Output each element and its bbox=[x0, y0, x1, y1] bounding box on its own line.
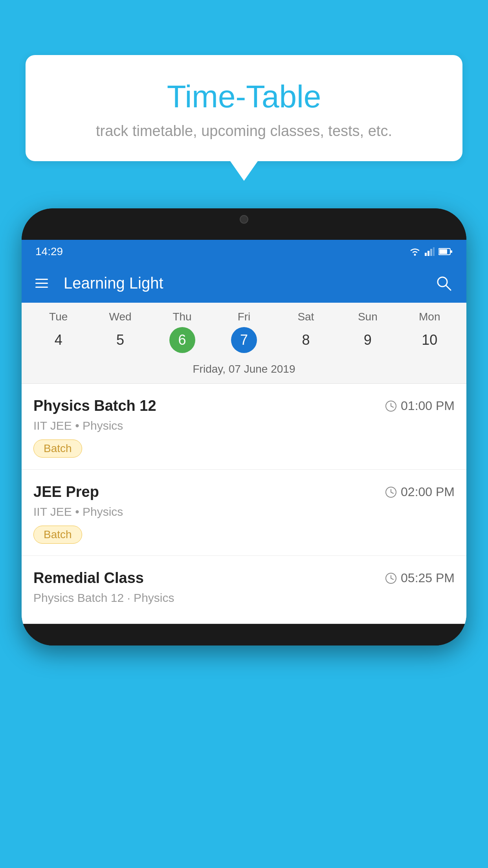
batch-badge-1: Batch bbox=[33, 440, 82, 458]
schedule-item-3[interactable]: Remedial Class 05:25 PM Physics Batch 12… bbox=[22, 556, 466, 624]
schedule-list: Physics Batch 12 01:00 PM IIT JEE • Phys… bbox=[22, 384, 466, 624]
clock-icon-3 bbox=[385, 572, 397, 584]
hamburger-line bbox=[35, 283, 48, 284]
day-mon[interactable]: Mon 10 bbox=[399, 311, 460, 353]
svg-line-15 bbox=[391, 492, 393, 493]
day-name-tue: Tue bbox=[49, 311, 68, 323]
day-sat[interactable]: Sat 8 bbox=[275, 311, 337, 353]
schedule-title-3: Remedial Class bbox=[33, 570, 144, 587]
day-num-4: 4 bbox=[46, 327, 72, 353]
speech-bubble-arrow bbox=[230, 161, 258, 181]
speech-bubble: Time-Table track timetable, upcoming cla… bbox=[26, 55, 462, 161]
svg-point-0 bbox=[414, 254, 416, 256]
search-icon[interactable] bbox=[435, 274, 453, 292]
day-sun[interactable]: Sun 9 bbox=[337, 311, 398, 353]
day-num-9: 9 bbox=[355, 327, 381, 353]
selected-date-label: Friday, 07 June 2019 bbox=[22, 357, 466, 384]
day-name-sun: Sun bbox=[358, 311, 378, 323]
speech-bubble-container: Time-Table track timetable, upcoming cla… bbox=[26, 55, 462, 181]
day-num-10: 10 bbox=[416, 327, 442, 353]
schedule-time-2: 02:00 PM bbox=[385, 485, 455, 499]
app-title: Learning Light bbox=[60, 274, 423, 292]
day-tue[interactable]: Tue 4 bbox=[28, 311, 89, 353]
schedule-item-1[interactable]: Physics Batch 12 01:00 PM IIT JEE • Phys… bbox=[22, 384, 466, 470]
time-text-3: 05:25 PM bbox=[401, 571, 455, 585]
calendar-section: Tue 4 Wed 5 Thu 6 Fri 7 Sat 8 bbox=[22, 303, 466, 384]
phone-bottom-bezel bbox=[22, 624, 466, 645]
schedule-item-header-2: JEE Prep 02:00 PM bbox=[33, 484, 455, 500]
status-time: 14:29 bbox=[35, 245, 63, 258]
days-header: Tue 4 Wed 5 Thu 6 Fri 7 Sat 8 bbox=[22, 303, 466, 357]
day-name-sat: Sat bbox=[297, 311, 314, 323]
svg-line-12 bbox=[391, 406, 393, 407]
signal-icon bbox=[425, 247, 435, 256]
schedule-item-2[interactable]: JEE Prep 02:00 PM IIT JEE • Physics Batc… bbox=[22, 470, 466, 556]
hamburger-line bbox=[35, 287, 48, 288]
svg-rect-6 bbox=[439, 249, 447, 254]
day-num-5: 5 bbox=[107, 327, 133, 353]
svg-rect-7 bbox=[451, 250, 452, 253]
battery-icon bbox=[438, 248, 453, 256]
phone-device: 14:29 bbox=[22, 208, 466, 645]
day-num-8: 8 bbox=[293, 327, 319, 353]
day-fri[interactable]: Fri 7 bbox=[213, 311, 275, 353]
day-name-fri: Fri bbox=[238, 311, 251, 323]
wifi-icon bbox=[409, 247, 421, 256]
feature-title: Time-Table bbox=[41, 79, 447, 115]
day-name-mon: Mon bbox=[419, 311, 440, 323]
svg-rect-4 bbox=[433, 247, 435, 256]
time-text-1: 01:00 PM bbox=[401, 399, 455, 413]
schedule-time-1: 01:00 PM bbox=[385, 399, 455, 413]
hamburger-menu-button[interactable] bbox=[35, 279, 48, 288]
schedule-subtitle-1: IIT JEE • Physics bbox=[33, 419, 455, 432]
phone-wrapper: 14:29 bbox=[22, 208, 466, 868]
status-bar: 14:29 bbox=[22, 240, 466, 263]
hamburger-line bbox=[35, 279, 48, 280]
day-name-thu: Thu bbox=[172, 311, 191, 323]
time-text-2: 02:00 PM bbox=[401, 485, 455, 499]
schedule-title-1: Physics Batch 12 bbox=[33, 397, 156, 414]
day-thu[interactable]: Thu 6 bbox=[151, 311, 213, 353]
batch-badge-2: Batch bbox=[33, 526, 82, 544]
schedule-time-3: 05:25 PM bbox=[385, 571, 455, 585]
status-icons bbox=[409, 247, 453, 256]
schedule-item-header-3: Remedial Class 05:25 PM bbox=[33, 570, 455, 587]
schedule-title-2: JEE Prep bbox=[33, 484, 99, 500]
day-wed[interactable]: Wed 5 bbox=[89, 311, 151, 353]
day-name-wed: Wed bbox=[109, 311, 132, 323]
phone-notch bbox=[220, 208, 268, 230]
app-bar: Learning Light bbox=[22, 263, 466, 303]
day-num-7: 7 bbox=[231, 327, 257, 353]
clock-icon-1 bbox=[385, 400, 397, 412]
schedule-subtitle-3: Physics Batch 12 · Physics bbox=[33, 591, 455, 605]
feature-subtitle: track timetable, upcoming classes, tests… bbox=[41, 123, 447, 140]
svg-rect-2 bbox=[427, 251, 429, 256]
schedule-subtitle-2: IIT JEE • Physics bbox=[33, 505, 455, 519]
svg-rect-1 bbox=[425, 253, 427, 256]
phone-top-bezel bbox=[22, 208, 466, 240]
svg-rect-3 bbox=[430, 249, 432, 256]
svg-line-9 bbox=[446, 285, 451, 290]
svg-line-18 bbox=[391, 578, 393, 579]
day-num-6: 6 bbox=[169, 327, 195, 353]
clock-icon-2 bbox=[385, 486, 397, 498]
schedule-item-header-1: Physics Batch 12 01:00 PM bbox=[33, 397, 455, 414]
front-camera bbox=[240, 215, 248, 224]
